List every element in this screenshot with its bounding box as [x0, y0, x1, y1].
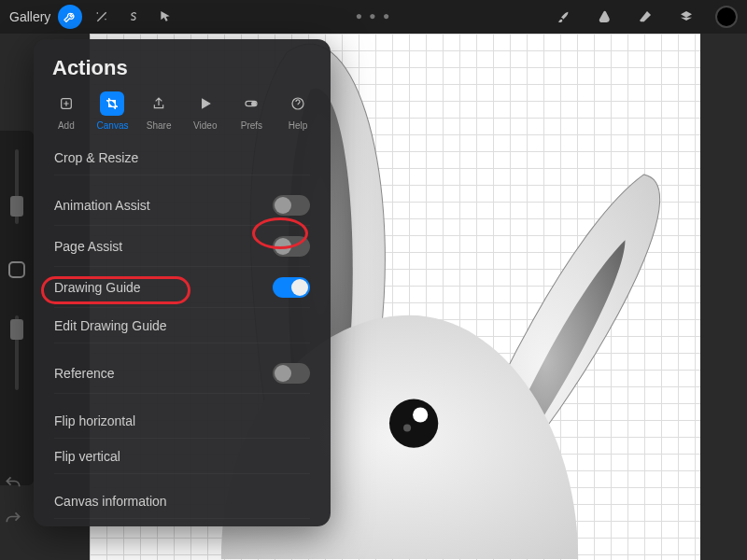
wand-icon	[94, 9, 109, 24]
toggle-icon	[244, 96, 259, 111]
brush-button[interactable]	[551, 5, 575, 29]
menu-label: Page Assist	[54, 239, 122, 254]
eraser-button[interactable]	[633, 5, 657, 29]
menu-animation-assist[interactable]: Animation Assist	[34, 185, 331, 226]
tab-video[interactable]: Video	[184, 91, 227, 131]
toggle-animation-assist[interactable]	[273, 195, 310, 216]
transform-button[interactable]	[153, 5, 177, 29]
opacity-slider[interactable]	[15, 315, 19, 390]
left-sidebar	[0, 131, 34, 485]
menu-reference[interactable]: Reference	[34, 353, 331, 394]
menu-label: Drawing Guide	[54, 280, 141, 295]
menu-label: Canvas information	[54, 494, 167, 509]
menu-label: Reference	[54, 366, 115, 381]
canvas-crop-icon	[105, 96, 120, 111]
menu-label: Flip horizontal	[54, 413, 135, 428]
tab-prefs[interactable]: Prefs	[230, 91, 273, 131]
adjustments-button[interactable]	[90, 5, 114, 29]
menu-label: Crop & Resize	[54, 150, 138, 165]
tab-help[interactable]: Help	[276, 91, 319, 131]
toggle-drawing-guide[interactable]	[273, 277, 310, 298]
menu-page-assist[interactable]: Page Assist	[34, 226, 331, 267]
brush-size-slider[interactable]	[15, 149, 19, 224]
actions-popover: Actions Add Canvas Share Video Prefs Hel…	[34, 39, 331, 526]
tab-add[interactable]: Add	[45, 91, 88, 131]
menu-drawing-guide[interactable]: Drawing Guide	[34, 267, 331, 308]
color-picker-button[interactable]	[715, 6, 738, 28]
cursor-icon	[158, 9, 173, 24]
menu-crop-resize[interactable]: Crop & Resize	[34, 140, 331, 175]
menu-label: Edit Drawing Guide	[54, 318, 167, 333]
brush-icon	[556, 9, 571, 24]
tab-share[interactable]: Share	[137, 91, 180, 131]
menu-flip-vertical[interactable]: Flip vertical	[34, 439, 331, 474]
tab-label: Prefs	[241, 120, 262, 131]
gallery-button[interactable]: Gallery	[9, 9, 50, 24]
undo-button[interactable]	[4, 474, 22, 497]
modify-menu-icon[interactable]: ● ● ●	[356, 9, 391, 22]
menu-edit-drawing-guide[interactable]: Edit Drawing Guide	[34, 308, 331, 343]
top-toolbar: Gallery ● ● ●	[0, 0, 747, 34]
toggle-page-assist[interactable]	[273, 236, 310, 257]
layers-button[interactable]	[674, 5, 698, 29]
actions-button[interactable]	[58, 5, 82, 29]
toggle-reference[interactable]	[273, 363, 310, 384]
menu-flip-horizontal[interactable]: Flip horizontal	[34, 403, 331, 439]
tab-label: Share	[147, 120, 172, 131]
add-icon	[59, 96, 74, 111]
help-icon	[290, 96, 305, 111]
svg-point-5	[252, 102, 256, 105]
selection-button[interactable]	[121, 5, 146, 29]
wrench-icon	[63, 9, 78, 24]
tab-label: Add	[58, 120, 75, 131]
tab-label: Canvas	[97, 120, 129, 131]
menu-canvas-information[interactable]: Canvas information	[34, 483, 331, 519]
canvas-menu-list: Crop & Resize Animation Assist Page Assi…	[34, 140, 331, 519]
redo-button[interactable]	[4, 510, 22, 532]
tab-canvas[interactable]: Canvas	[91, 91, 134, 131]
tab-label: Help	[289, 120, 308, 131]
smudge-icon	[597, 9, 612, 24]
popover-title: Actions	[34, 52, 331, 91]
menu-label: Animation Assist	[54, 198, 150, 213]
eraser-icon	[638, 9, 653, 24]
layers-icon	[679, 9, 694, 24]
smudge-button[interactable]	[592, 5, 616, 29]
menu-label: Flip vertical	[54, 449, 120, 464]
share-icon	[151, 96, 166, 111]
tab-label: Video	[193, 120, 217, 131]
actions-tab-row: Add Canvas Share Video Prefs Help	[34, 91, 331, 140]
modify-button[interactable]	[8, 261, 25, 278]
selection-s-icon	[126, 9, 141, 24]
play-icon	[198, 96, 213, 111]
